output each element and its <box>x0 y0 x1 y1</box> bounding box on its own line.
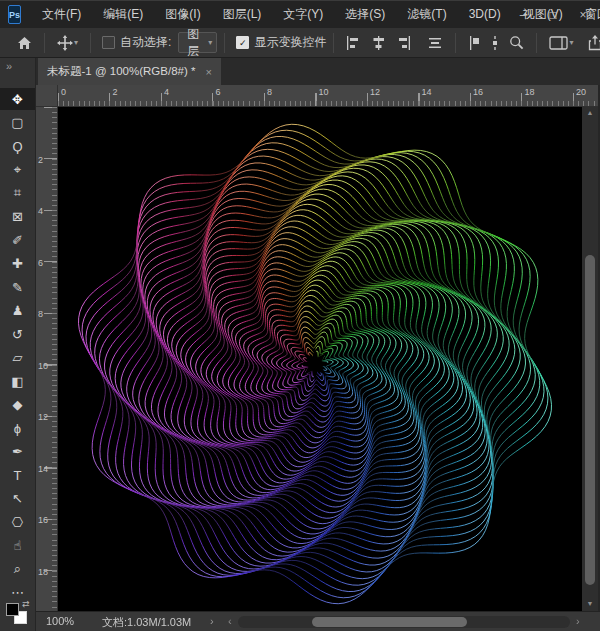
ruler-h-label-14: 14 <box>422 87 432 97</box>
eyedropper-tool-icon: ✐ <box>12 233 23 248</box>
ruler-v-label-8: 8 <box>38 309 43 319</box>
tab-close-icon[interactable]: × <box>205 66 211 78</box>
zoom-level-field[interactable]: 100% <box>46 615 74 627</box>
lasso-tool-icon: Ϙ <box>12 139 22 154</box>
document-viewport[interactable] <box>58 107 582 611</box>
status-popup-chevron-icon[interactable]: › <box>210 615 214 627</box>
move-tool-preset[interactable]: ▾ <box>52 32 83 54</box>
blur-tool-icon: ◆ <box>13 397 23 412</box>
brush-tool-icon: ✎ <box>12 280 23 295</box>
menu-edit[interactable]: 编辑(E) <box>92 1 154 28</box>
maximize-button[interactable]: □ <box>538 1 568 29</box>
separator <box>90 33 91 53</box>
shape-tool[interactable]: ⎔ <box>0 511 35 533</box>
vertical-scrollbar[interactable]: ▲ ▼ <box>582 107 598 611</box>
distribute-horizontal-button[interactable] <box>422 32 448 54</box>
separator <box>455 33 456 53</box>
tool-options-bar: ▾ 自动选择: 图层 ▾ ✓ 显示变换控件 <box>0 28 600 58</box>
zoom-tool[interactable]: ⌕ <box>0 558 35 580</box>
search-button[interactable] <box>504 32 529 54</box>
photoshop-window: Ps 文件(F)编辑(E)图像(I)图层(L)文字(Y)选择(S)滤镜(T)3D… <box>0 0 600 631</box>
type-tool[interactable]: T <box>0 464 35 486</box>
share-button[interactable] <box>582 32 600 54</box>
vertical-scrollbar-thumb[interactable] <box>585 255 595 585</box>
close-button[interactable]: × <box>568 1 598 29</box>
crop-tool[interactable]: ⌗ <box>0 182 35 204</box>
hand-tool[interactable]: ☝ <box>0 535 35 557</box>
move-icon <box>57 35 73 51</box>
chevron-down-icon: ▾ <box>74 38 78 47</box>
tool-dock: » ✥▢Ϙ⌖⌗⊠✐✚✎♟↺▱◧◆ϕ✒T↖⎔☝⌕⋯ ⇄ <box>0 58 36 631</box>
eraser-tool[interactable]: ▱ <box>0 347 35 369</box>
ruler-v-label-16: 16 <box>38 515 48 525</box>
lasso-tool[interactable]: Ϙ <box>0 135 35 157</box>
document-tab[interactable]: 未标题-1 @ 100%(RGB/8#) * × <box>38 58 221 85</box>
healing-brush-tool[interactable]: ✚ <box>0 253 35 275</box>
horizontal-scrollbar-thumb[interactable] <box>312 617 467 627</box>
menu-layer[interactable]: 图层(L) <box>212 1 273 28</box>
align-center-horizontal-button[interactable] <box>366 32 391 54</box>
gradient-tool[interactable]: ◧ <box>0 370 35 392</box>
home-icon <box>17 36 32 50</box>
menu-3d[interactable]: 3D(D) <box>458 1 512 28</box>
vertical-ruler: 24681012141618 <box>36 107 58 611</box>
search-icon <box>509 35 524 50</box>
horizontal-scrollbar[interactable] <box>238 616 570 628</box>
clone-stamp-tool[interactable]: ♟ <box>0 300 35 322</box>
menu-type[interactable]: 文字(Y) <box>272 1 334 28</box>
frame-tool[interactable]: ⊠ <box>0 206 35 228</box>
menu-file[interactable]: 文件(F) <box>31 1 92 28</box>
align-to-icon <box>468 36 481 50</box>
object-selection-tool[interactable]: ⌖ <box>0 159 35 181</box>
separator <box>224 33 225 53</box>
align-left-icon <box>346 36 361 50</box>
menu-filter[interactable]: 滤镜(T) <box>396 1 457 28</box>
align-right-button[interactable] <box>391 32 416 54</box>
path-select-tool-icon: ↖ <box>12 491 23 506</box>
minimize-button[interactable]: – <box>508 1 538 29</box>
zoom-tool-icon: ⌕ <box>14 561 21 577</box>
path-select-tool[interactable]: ↖ <box>0 488 35 510</box>
dodge-tool-icon: ϕ <box>14 421 21 436</box>
pen-tool[interactable]: ✒ <box>0 441 35 463</box>
auto-select-target-dropdown[interactable]: 图层 ▾ <box>178 32 217 53</box>
menu-select[interactable]: 选择(S) <box>334 1 396 28</box>
history-brush-tool[interactable]: ↺ <box>0 323 35 345</box>
home-button[interactable] <box>12 32 37 54</box>
type-tool-icon: T <box>14 468 22 483</box>
eyedropper-tool[interactable]: ✐ <box>0 229 35 251</box>
show-transform-checkbox[interactable]: ✓ <box>236 36 249 49</box>
dodge-tool[interactable]: ϕ <box>0 417 35 439</box>
distribute-vertical-button[interactable] <box>486 32 504 54</box>
distribute-horizontal-icon <box>427 37 443 49</box>
brush-tool[interactable]: ✎ <box>0 276 35 298</box>
separator <box>536 33 537 53</box>
swap-colors-icon[interactable]: ⇄ <box>22 599 30 609</box>
scroll-left-icon[interactable]: ‹ <box>228 615 232 627</box>
document-tab-bar: 未标题-1 @ 100%(RGB/8#) * × <box>36 58 600 85</box>
photoshop-logo: Ps <box>8 5 21 24</box>
ruler-v-label-12: 12 <box>38 412 48 422</box>
move-tool-icon: ✥ <box>12 92 23 107</box>
auto-select-checkbox[interactable] <box>102 36 115 49</box>
move-tool[interactable]: ✥ <box>0 88 35 110</box>
scroll-up-icon[interactable]: ▲ <box>582 109 598 116</box>
marquee-tool[interactable]: ▢ <box>0 112 35 134</box>
history-brush-tool-icon: ↺ <box>12 327 23 342</box>
dock-collapse-button[interactable]: » <box>6 60 11 72</box>
scroll-right-icon[interactable]: › <box>576 615 580 627</box>
scroll-down-icon[interactable]: ▼ <box>582 600 598 607</box>
pen-tool-icon: ✒ <box>12 444 23 459</box>
menu-image[interactable]: 图像(I) <box>154 1 211 28</box>
ruler-h-label-6: 6 <box>216 87 221 97</box>
align-left-button[interactable] <box>341 32 366 54</box>
workspace-switcher[interactable]: ▾ <box>544 32 578 54</box>
spirograph-artwork[interactable] <box>58 107 582 611</box>
document-size-info: 文档:1.03M/1.03M <box>102 615 191 630</box>
blur-tool[interactable]: ◆ <box>0 394 35 416</box>
align-to-button[interactable] <box>463 32 486 54</box>
align-center-horizontal-icon <box>371 36 386 50</box>
foreground-color-swatch[interactable] <box>6 603 19 616</box>
window-controls: – □ × <box>508 1 600 29</box>
ruler-v-label-10: 10 <box>38 361 48 371</box>
